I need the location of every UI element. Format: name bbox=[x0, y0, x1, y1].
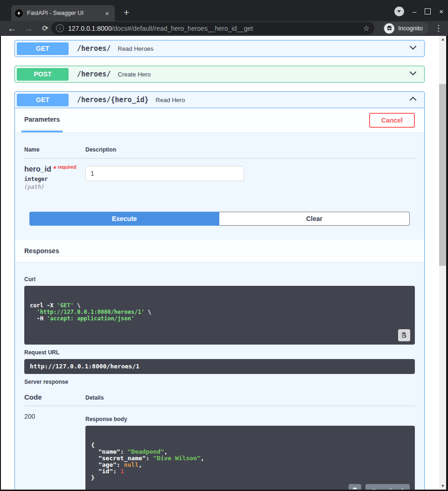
curl-command-block: curl -X 'GET' \ 'http://127.0.0.1:8000/h… bbox=[24, 286, 415, 345]
responses-title: Responses bbox=[24, 247, 59, 255]
name-column-header: Name bbox=[24, 146, 85, 153]
menu-dots-icon[interactable]: ⋮ bbox=[434, 23, 442, 34]
server-response-label: Server response bbox=[24, 379, 415, 385]
execute-button[interactable]: Execute bbox=[29, 212, 219, 226]
minimize-button[interactable]: – bbox=[413, 7, 416, 16]
details-column-header: Details bbox=[85, 394, 104, 401]
url-host: 127.0.0.1:8000 bbox=[68, 25, 112, 32]
chevron-down-icon[interactable] bbox=[408, 69, 418, 80]
method-badge-post: POST bbox=[17, 68, 69, 81]
tab-strip: FastAPI - Swagger UI × + – × bbox=[0, 0, 448, 21]
url-path: /docs#/default/read_hero_heroes__hero_id… bbox=[112, 25, 253, 32]
parameter-row: hero_id *required integer (path) bbox=[24, 159, 415, 190]
bookmark-star-icon[interactable]: ☆ bbox=[363, 24, 370, 33]
status-code: 200 bbox=[24, 413, 35, 420]
opblock-read-hero: GET /heroes/{hero_id} Read Hero Paramete… bbox=[14, 91, 425, 490]
responses-section: Curl curl -X 'GET' \ 'http://127.0.0.1:8… bbox=[15, 262, 424, 490]
forward-icon[interactable]: → bbox=[22, 22, 35, 35]
parameters-header-band: Parameters Cancel bbox=[15, 108, 424, 132]
execute-row: Execute Clear bbox=[29, 212, 410, 226]
page-scrollbar[interactable] bbox=[439, 36, 446, 490]
browser-window: FastAPI - Swagger UI × + – × ← → ⟳ i 127… bbox=[0, 0, 448, 491]
required-asterisk: * bbox=[53, 165, 56, 173]
tab-close-icon[interactable]: × bbox=[103, 9, 111, 17]
fastapi-favicon-icon bbox=[15, 9, 23, 17]
responses-header-band: Responses bbox=[15, 240, 424, 262]
chevron-down-icon[interactable] bbox=[408, 43, 418, 54]
endpoint-summary: Read Heroes bbox=[118, 45, 408, 52]
download-button[interactable]: Download bbox=[365, 484, 410, 490]
page-info-icon[interactable]: i bbox=[56, 24, 64, 32]
code-column-header: Code bbox=[24, 393, 85, 401]
parameters-table: Name Description hero_id *required integ… bbox=[15, 132, 424, 212]
parameter-location: (path) bbox=[24, 184, 85, 190]
opblock-read-heroes: GET /heroes/ Read Heroes bbox=[14, 40, 425, 57]
back-icon[interactable]: ← bbox=[6, 22, 18, 35]
chevron-up-icon[interactable] bbox=[408, 94, 418, 105]
window-border bbox=[446, 36, 448, 491]
tab-parameters[interactable]: Parameters bbox=[21, 108, 63, 132]
tab-search-icon[interactable] bbox=[394, 7, 404, 16]
incognito-icon bbox=[384, 23, 394, 34]
new-tab-button[interactable]: + bbox=[120, 7, 133, 19]
browser-tab[interactable]: FastAPI - Swagger UI × bbox=[11, 5, 115, 21]
curl-label: Curl bbox=[24, 276, 415, 283]
scroll-down-icon[interactable] bbox=[439, 483, 446, 490]
swagger-page: GET /heroes/ Read Heroes POST /heroes/ C… bbox=[1, 36, 446, 490]
response-row: 200 Response body { "name": "Deadpond", … bbox=[24, 412, 415, 490]
opblock-create-hero: POST /heroes/ Create Hero bbox=[14, 66, 425, 83]
window-border bbox=[0, 36, 1, 491]
clear-button[interactable]: Clear bbox=[219, 212, 410, 226]
close-button[interactable]: × bbox=[439, 7, 443, 16]
description-column-header: Description bbox=[85, 146, 116, 153]
incognito-badge: Incognito bbox=[383, 22, 428, 35]
method-badge-get: GET bbox=[17, 42, 69, 55]
copy-icon[interactable] bbox=[398, 329, 410, 341]
cancel-button[interactable]: Cancel bbox=[369, 113, 415, 128]
url-bar[interactable]: i 127.0.0.1:8000/docs#/default/read_hero… bbox=[51, 22, 374, 35]
method-badge-get: GET bbox=[17, 94, 69, 106]
browser-toolbar: ← → ⟳ i 127.0.0.1:8000/docs#/default/rea… bbox=[0, 21, 448, 36]
tab-title: FastAPI - Swagger UI bbox=[27, 10, 103, 16]
request-url-block: http://127.0.0.1:8000/heroes/1 bbox=[24, 359, 415, 374]
parameter-type: integer bbox=[24, 176, 85, 182]
response-body-block: { "name": "Deadpond", "secret_name": "Di… bbox=[85, 426, 415, 490]
endpoint-path: /heroes/ bbox=[77, 70, 111, 78]
opblock-create-hero-header[interactable]: POST /heroes/ Create Hero bbox=[15, 66, 424, 82]
maximize-button[interactable] bbox=[425, 8, 431, 14]
endpoint-summary: Read Hero bbox=[156, 97, 408, 104]
opblock-read-heroes-header[interactable]: GET /heroes/ Read Heroes bbox=[15, 41, 424, 56]
opblock-read-hero-header[interactable]: GET /heroes/{hero_id} Read Hero bbox=[15, 92, 424, 108]
reload-icon[interactable]: ⟳ bbox=[39, 22, 51, 35]
endpoint-summary: Create Hero bbox=[118, 71, 408, 78]
scroll-up-icon[interactable] bbox=[439, 36, 446, 43]
request-url-label: Request URL bbox=[24, 349, 415, 356]
response-table-header: Code Details bbox=[24, 393, 415, 406]
response-body-label: Response body bbox=[85, 416, 415, 422]
parameter-name: hero_id *required bbox=[24, 165, 85, 173]
endpoint-path: /heroes/{hero_id} bbox=[77, 96, 149, 104]
incognito-label: Incognito bbox=[398, 25, 423, 32]
copy-icon[interactable] bbox=[349, 484, 361, 490]
required-label: required bbox=[57, 165, 76, 170]
endpoint-path: /heroes/ bbox=[77, 44, 111, 53]
scrollbar-thumb[interactable] bbox=[439, 84, 446, 266]
hero-id-input[interactable] bbox=[85, 166, 244, 181]
url-text[interactable]: 127.0.0.1:8000/docs#/default/read_hero_h… bbox=[68, 25, 363, 32]
